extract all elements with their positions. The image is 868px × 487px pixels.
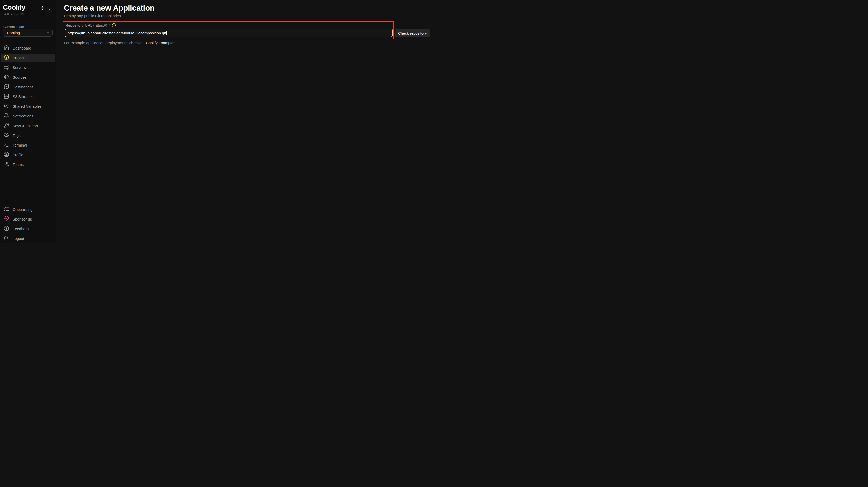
sidebar-item-label: Tags [12,133,21,137]
sidebar-item-label: Teams [12,162,24,167]
annotation-highlight-box: Repository URL (https://) * https://gith… [63,22,394,39]
sidebar-item-label: S3 Storages [12,94,34,99]
sidebar-item-sources[interactable]: Sources [1,73,55,81]
sidebar-item-tags[interactable]: Tags [1,131,55,139]
sidebar-item-feedback[interactable]: Feedback [1,225,55,233]
sidebar-item-label: Sponsor us [12,217,32,221]
sidebar-item-label: Servers [12,65,26,70]
database-icon [4,93,9,100]
theme-toggle-icon[interactable] [40,6,45,11]
bell-icon [4,113,9,119]
logout-icon [4,235,9,242]
repository-url-label-text: Repository URL (https://) [65,23,107,27]
team-select[interactable]: Hosting [3,29,53,37]
helper-text-prefix: For example application deployments, che… [64,41,146,45]
sidebar-item-dashboard[interactable]: Dashboard [1,44,55,52]
sidebar-item-label: Profile [12,153,24,157]
main-content: Create a new Application Deploy any publ… [56,0,434,244]
heart-handshake-icon [4,216,9,222]
sidebar-nav: Dashboard Projects Servers Sources Desti… [0,44,56,170]
repository-url-input[interactable]: https://github.com/illicitestonion/Modul… [65,29,393,37]
sidebar-item-notifications[interactable]: Notifications [1,112,55,120]
page-subtitle: Deploy any public Git repositories. [64,13,122,18]
sidebar-item-profile[interactable]: Profile [1,151,55,159]
git-source-icon [4,74,9,80]
coolify-examples-link[interactable]: Coolify Examples [146,41,176,45]
chevron-down-icon [46,30,50,35]
terminal-icon [4,142,9,148]
home-icon [4,45,9,51]
sidebar-item-destinations[interactable]: Destinations [1,83,55,91]
sidebar-item-label: Dashboard [12,46,31,50]
sidebar-item-label: Sources [12,75,27,79]
sidebar-item-label: Notifications [12,114,33,118]
help-circle-icon [4,226,9,232]
sidebar-item-label: Keys & Tokens [12,124,38,128]
variable-icon [4,103,9,109]
sidebar-item-label: Onboarding [12,207,32,212]
server-bolt-icon [4,64,9,71]
sidebar-item-logout[interactable]: Logout [1,234,55,242]
sidebar-item-terminal[interactable]: Terminal [1,141,55,149]
app-logo: Coolify [3,4,25,11]
chevrons-up-down-icon[interactable] [48,6,51,11]
map-icon [4,84,9,90]
sidebar-item-onboarding[interactable]: Onboarding [1,205,55,214]
required-asterisk: * [109,23,111,27]
sidebar-item-sponsor-us[interactable]: Sponsor us [1,215,55,223]
helper-text-suffix: . [176,41,177,45]
check-repository-button[interactable]: Check repository [395,29,430,37]
sidebar-item-label: Logout [12,236,24,241]
sidebar-item-shared-variables[interactable]: Shared Variables [1,102,55,110]
text-cursor [166,31,167,35]
repository-url-label: Repository URL (https://) * [65,23,116,27]
sidebar-item-label: Feedback [12,227,29,231]
team-select-value: Hosting [7,31,46,35]
sidebar: Coolify v4.0.0-beta.399 Current Team Hos… [0,0,56,244]
sidebar-item-label: Terminal [12,143,27,147]
sidebar-bottom-nav: Onboarding Sponsor us Feedback Logout [0,205,56,244]
sidebar-item-servers[interactable]: Servers [1,63,55,71]
sidebar-item-keys-tokens[interactable]: Keys & Tokens [1,122,55,130]
sidebar-item-label: Projects [12,56,26,60]
repository-url-input-value: https://github.com/illicitestonion/Modul… [68,31,166,35]
sidebar-item-label: Destinations [12,85,34,89]
sidebar-item-s3-storages[interactable]: S3 Storages [1,92,55,101]
page-title: Create a new Application [64,4,155,13]
tags-icon [4,132,9,139]
sidebar-item-label: Shared Variables [12,104,41,108]
user-circle-icon [4,152,9,158]
helper-text: For example application deployments, che… [64,41,177,45]
key-icon [4,123,9,129]
list-checks-icon [4,206,9,213]
current-team-label: Current Team [3,25,24,29]
version-label: v4.0.0-beta.399 [3,12,24,15]
info-icon[interactable] [112,23,116,27]
layers-icon [4,55,9,61]
sidebar-item-projects[interactable]: Projects [1,54,55,62]
app-window: Coolify v4.0.0-beta.399 Current Team Hos… [0,0,434,244]
users-icon [4,161,9,168]
sidebar-item-teams[interactable]: Teams [1,160,55,168]
